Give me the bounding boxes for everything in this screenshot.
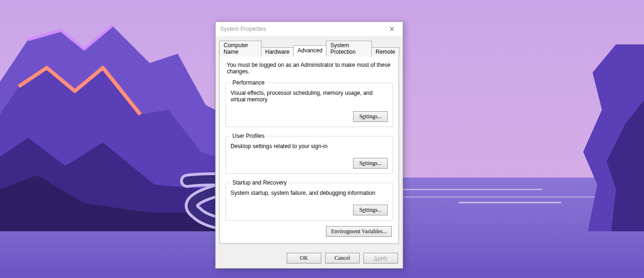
dialog-title: System Properties [220,26,266,32]
tab-system-protection[interactable]: System Protection [326,41,372,57]
tab-panel-advanced: You must be logged on as an Administrato… [219,56,399,244]
group-performance-legend: Performance [231,79,267,86]
group-user-profiles-desc: Desktop settings related to your sign-in [231,143,388,150]
tab-strip: Computer Name Hardware Advanced System P… [216,36,403,56]
apply-button: Apply [363,253,398,264]
titlebar[interactable]: System Properties [216,22,403,36]
tab-computer-name[interactable]: Computer Name [219,41,261,57]
system-properties-dialog: System Properties Computer Name Hardware… [215,21,403,269]
user-profiles-settings-button[interactable]: Settings... [353,158,388,169]
performance-settings-button[interactable]: Settings... [353,111,388,122]
group-startup-recovery-legend: Startup and Recovery [231,179,289,186]
group-user-profiles: User Profiles Desktop settings related t… [225,133,393,174]
environment-variables-button[interactable]: Environment Variables... [326,226,392,237]
admin-notice: You must be logged on as an Administrato… [227,62,391,75]
group-performance-desc: Visual effects, processor scheduling, me… [231,90,388,103]
close-icon[interactable] [384,24,400,34]
tab-remote[interactable]: Remote [371,47,399,57]
group-startup-recovery-desc: System startup, system failure, and debu… [231,190,388,196]
dialog-footer: OK Cancel Apply [216,248,403,268]
group-performance: Performance Visual effects, processor sc… [225,79,393,127]
tab-hardware[interactable]: Hardware [261,47,294,57]
wallpaper-wave [458,202,561,203]
desktop-wallpaper: System Properties Computer Name Hardware… [0,0,644,278]
tab-advanced[interactable]: Advanced [293,45,326,56]
group-startup-recovery: Startup and Recovery System startup, sys… [225,179,393,221]
wallpaper-cliff [560,44,644,231]
ok-button[interactable]: OK [287,253,321,264]
group-user-profiles-legend: User Profiles [231,133,267,139]
startup-recovery-settings-button[interactable]: Settings... [353,205,388,215]
cancel-button[interactable]: Cancel [325,253,360,264]
